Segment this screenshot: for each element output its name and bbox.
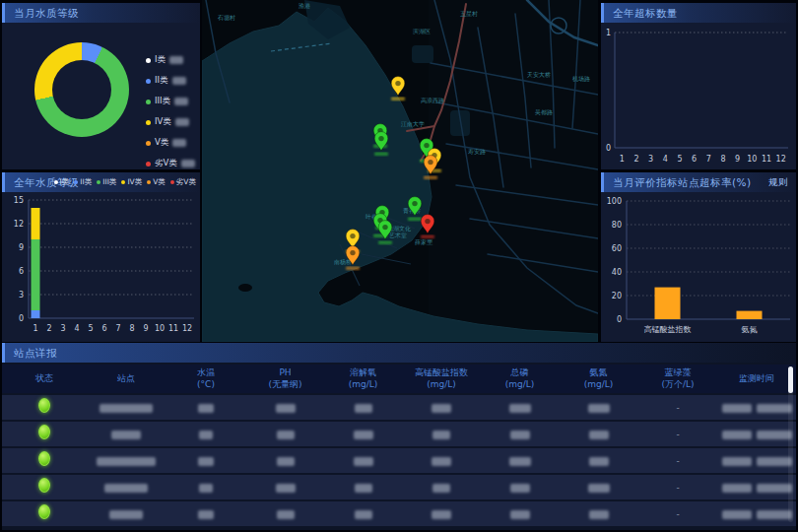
legend-item[interactable]: V类 <box>147 177 166 187</box>
date-redacted <box>722 457 752 466</box>
legend-dot-icon <box>146 58 151 63</box>
svg-text:10: 10 <box>155 324 165 333</box>
map-label: 艺术堂 <box>389 232 407 238</box>
chart-legend: I类II类III类IV类V类劣V类 <box>54 177 196 187</box>
map-label: 滨湖区 <box>413 28 431 34</box>
legend-item[interactable]: III类 <box>97 177 116 187</box>
panel-month-rate: 当月评价指标站点超标率(%) 规则 020406080100高锰酸盐指数氨氮 <box>601 172 796 342</box>
svg-text:40: 40 <box>612 268 622 277</box>
legend-label: III类 <box>155 96 170 107</box>
status-ok-icon <box>38 425 50 439</box>
value-redacted <box>432 431 450 439</box>
table-header-row: 状态站点水温(°C)PH(无量纲)溶解氧(mg/L)高锰酸盐指数(mg/L)总磷… <box>2 365 796 393</box>
legend-item[interactable]: IV类 <box>146 116 195 128</box>
value-redacted <box>432 510 451 519</box>
time-redacted <box>757 431 792 439</box>
status-ok-icon <box>38 451 50 466</box>
legend-item[interactable]: 劣V类 <box>170 177 196 187</box>
legend-value-redacted <box>175 118 189 126</box>
table-scrollbar[interactable] <box>788 366 793 522</box>
date-redacted <box>722 510 752 519</box>
svg-text:0: 0 <box>19 314 24 323</box>
algae-value: - <box>638 509 717 519</box>
empty-bar-chart[interactable]: 10123456789101112 <box>601 23 796 169</box>
time-redacted <box>757 404 792 413</box>
panel-station-table: 站点详报 状态站点水温(°C)PH(无量纲)溶解氧(mg/L)高锰酸盐指数(mg… <box>2 343 796 530</box>
legend-label: 劣V类 <box>176 177 196 187</box>
legend-item[interactable]: V类 <box>146 137 195 149</box>
station-name-redacted <box>97 457 156 466</box>
station-name-redacted <box>111 431 141 439</box>
panel-title: 当月水质等级 <box>14 3 79 23</box>
value-redacted <box>355 510 372 519</box>
table-row[interactable]: - <box>2 475 796 499</box>
map-label: 五星村 <box>460 10 478 18</box>
legend-dot-icon <box>54 180 58 184</box>
legend-dot-icon <box>146 141 151 146</box>
svg-text:7: 7 <box>115 324 120 333</box>
svg-text:3: 3 <box>60 324 65 333</box>
value-redacted <box>355 484 372 493</box>
table-row[interactable]: - <box>2 422 796 446</box>
svg-text:5: 5 <box>677 155 682 164</box>
rules-link[interactable]: 规则 <box>768 172 788 192</box>
legend-label: V类 <box>153 177 166 187</box>
svg-text:3: 3 <box>19 291 24 299</box>
value-redacted <box>276 404 296 413</box>
stacked-bar-chart[interactable]: 03691215123456789101112 <box>2 192 200 342</box>
legend-item[interactable]: III类 <box>146 96 195 107</box>
table-row[interactable]: - <box>2 395 796 420</box>
value-redacted <box>277 431 295 439</box>
value-redacted <box>432 457 451 466</box>
value-redacted <box>589 431 609 439</box>
svg-text:9: 9 <box>735 155 740 164</box>
svg-text:12: 12 <box>182 324 192 333</box>
value-redacted <box>588 404 610 413</box>
station-name-redacted <box>109 510 143 519</box>
svg-text:7: 7 <box>706 155 711 164</box>
panel-title: 全年超标数量 <box>613 3 678 23</box>
legend-item[interactable]: 劣V类 <box>146 158 195 169</box>
donut-chart[interactable] <box>34 42 129 137</box>
map-island <box>238 284 252 292</box>
panel-title-bar: 全年超标数量 <box>601 3 796 23</box>
scrollbar-thumb[interactable] <box>788 366 793 393</box>
value-redacted <box>354 457 373 466</box>
value-redacted <box>509 457 531 466</box>
map[interactable]: 石塘村渔港五星村滨湖区天安大桥机场路吴都路高浪西路江南大学寿安路叶巷青祁桥蠡湖文… <box>202 0 598 342</box>
svg-text:15: 15 <box>14 196 24 205</box>
date-redacted <box>722 484 752 493</box>
panel-title-bar: 当月评价指标站点超标率(%) 规则 <box>601 172 796 192</box>
map-label: 寿安路 <box>467 148 486 156</box>
legend-value-redacted <box>169 56 183 64</box>
panel-title-bar: 站点详报 <box>2 343 796 363</box>
legend-item[interactable]: II类 <box>146 75 195 87</box>
table-body: ----- <box>2 395 796 526</box>
panel-title: 当月评价指标站点超标率(%) <box>613 172 752 192</box>
rate-bar-chart[interactable]: 020406080100高锰酸盐指数氨氮 <box>601 192 796 342</box>
legend-dot-icon <box>121 180 125 184</box>
pin-label-redacted <box>374 153 388 156</box>
svg-text:80: 80 <box>612 221 622 230</box>
svg-text:10: 10 <box>747 155 757 164</box>
value-redacted <box>589 457 609 466</box>
donut-legend: I类II类III类IV类V类劣V类 <box>146 54 195 169</box>
column-header: PH(无量纲) <box>246 367 324 390</box>
legend-item[interactable]: IV类 <box>121 177 142 187</box>
legend-dot-icon <box>170 180 174 184</box>
legend-label: III类 <box>102 177 116 187</box>
legend-label: I类 <box>155 54 166 66</box>
table-row[interactable]: - <box>2 448 796 473</box>
panel-title: 站点详报 <box>14 343 57 363</box>
svg-text:5: 5 <box>88 324 93 333</box>
table-row[interactable]: - <box>2 501 796 526</box>
panel-title-bar: 当月水质等级 <box>2 3 200 23</box>
status-ok-icon <box>38 398 50 413</box>
legend-item[interactable]: II类 <box>74 177 92 187</box>
svg-text:8: 8 <box>129 324 134 333</box>
legend-dot-icon <box>146 79 151 84</box>
legend-item[interactable]: I类 <box>146 54 195 66</box>
legend-item[interactable]: I类 <box>54 177 70 187</box>
legend-dot-icon <box>74 180 78 184</box>
legend-dot-icon <box>146 120 151 125</box>
